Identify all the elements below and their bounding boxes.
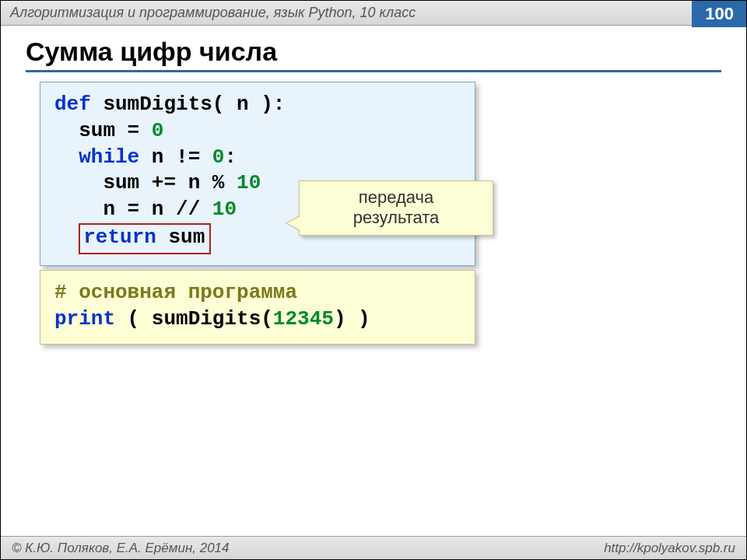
header-subject: Алгоритмизация и программирование, язык … — [10, 5, 416, 21]
code-text: : — [224, 145, 237, 169]
callout-line: результата — [304, 208, 488, 228]
footer-url: http://kpolyakov.spb.ru — [604, 541, 735, 556]
code-text: n != — [139, 145, 212, 169]
keyword-while: while — [54, 145, 139, 169]
number-literal: 10 — [212, 198, 237, 221]
footer-bar: © К.Ю. Поляков, Е.А. Ерёмин, 2014 http:/… — [1, 536, 746, 559]
keyword-return: return — [83, 226, 156, 249]
number-literal: 0 — [212, 145, 225, 169]
header-bar: Алгоритмизация и программирование, язык … — [1, 1, 746, 26]
page-number: 100 — [692, 1, 746, 27]
number-literal: 10 — [237, 171, 261, 194]
slide: Алгоритмизация и программирование, язык … — [0, 0, 747, 560]
code-text: sum = — [54, 119, 152, 142]
code-text: sum += n % — [54, 171, 237, 194]
callout-bubble: передача результата — [299, 180, 493, 236]
code-block-function: def sumDigits( n ): sum = 0 while n != 0… — [40, 82, 475, 266]
comment-line: # основная программа — [54, 281, 297, 304]
code-text: n = n // — [54, 198, 212, 221]
code-text: sumDigits( n ): — [91, 93, 286, 116]
keyword-print: print — [54, 307, 115, 331]
code-block-main: # основная программа print ( sumDigits(1… — [40, 270, 475, 345]
number-literal: 0 — [152, 119, 164, 142]
callout-line: передача — [304, 187, 488, 208]
footer-copyright: © К.Ю. Поляков, Е.А. Ерёмин, 2014 — [12, 541, 230, 556]
slide-title: Сумма цифр числа — [26, 37, 721, 72]
keyword-def: def — [54, 93, 91, 116]
code-text: ( sumDigits( — [115, 307, 273, 331]
return-statement-highlight: return sum — [79, 223, 211, 254]
number-literal: 12345 — [273, 307, 334, 331]
code-text: sum — [156, 226, 205, 249]
code-text: ) ) — [334, 307, 370, 331]
